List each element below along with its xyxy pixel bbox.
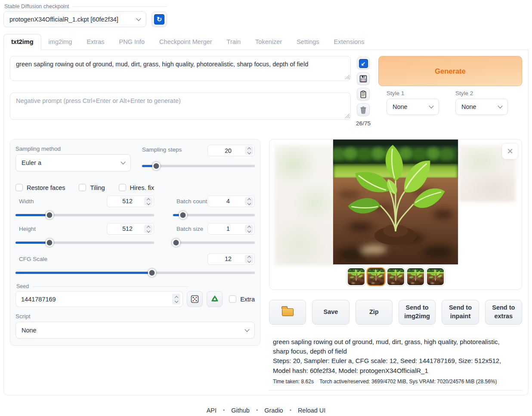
spinner-down-icon[interactable] — [146, 201, 150, 205]
tab-settings[interactable]: Settings — [289, 34, 326, 50]
negative-prompt-input[interactable] — [10, 93, 351, 120]
slider-handle[interactable] — [45, 211, 53, 219]
checkpoint-select[interactable]: protogenX34OfficialR_1.ckpt [60fe2f34] — [3, 11, 146, 27]
spinner-down-icon[interactable] — [146, 229, 150, 232]
sampling-steps-label: Sampling steps — [142, 146, 182, 155]
send-to-img2img-button[interactable]: Send to img2img — [399, 300, 436, 325]
paste-generation-params-button[interactable]: ↙ — [357, 57, 370, 70]
tab-extensions[interactable]: Extensions — [327, 34, 372, 50]
gallery-thumbnail[interactable] — [347, 267, 365, 286]
height-input[interactable] — [107, 223, 154, 235]
number-spinner[interactable] — [245, 146, 253, 155]
clear-prompt-button[interactable] — [357, 103, 370, 116]
number-spinner[interactable] — [245, 225, 253, 233]
save-button[interactable]: Save — [312, 300, 349, 325]
image-gallery: × — [269, 139, 522, 290]
refresh-icon: ↻ — [154, 14, 164, 25]
extra-seed-checkbox[interactable]: Extra — [229, 295, 255, 303]
spinner-down-icon[interactable] — [247, 151, 251, 154]
batch-count-label: Batch count — [173, 198, 207, 205]
slider-handle[interactable] — [148, 269, 156, 277]
tab-img2img[interactable]: img2img — [41, 34, 80, 50]
footer-link-api[interactable]: API — [207, 407, 217, 414]
number-spinner[interactable] — [144, 225, 152, 233]
tab-tokenizer[interactable]: Tokenizer — [248, 34, 289, 50]
style1-select[interactable]: None — [387, 99, 439, 115]
cfg-scale-slider[interactable] — [15, 269, 255, 276]
cfg-scale-label: CFG Scale — [15, 256, 47, 262]
close-icon[interactable]: × — [502, 143, 518, 159]
tab-txt2img[interactable]: txt2img — [3, 34, 41, 50]
slider-handle[interactable] — [172, 239, 180, 247]
spinner-down-icon[interactable] — [247, 201, 251, 205]
gallery-thumbnail-selected[interactable] — [367, 267, 385, 286]
seed-input[interactable] — [15, 291, 183, 307]
tab-extras[interactable]: Extras — [79, 34, 111, 50]
slider-handle[interactable] — [45, 239, 53, 247]
batch-count-slider[interactable] — [173, 211, 255, 219]
folder-icon — [282, 308, 294, 316]
footer-link-github[interactable]: Github — [231, 407, 250, 414]
tiling-checkbox[interactable]: Tiling — [79, 184, 105, 191]
gallery-thumbnail[interactable] — [406, 267, 425, 286]
chevron-down-icon — [498, 103, 502, 108]
reuse-seed-button[interactable] — [207, 291, 223, 307]
send-to-inpaint-button[interactable]: Send to inpaint — [442, 300, 479, 325]
checkbox-box[interactable] — [229, 295, 236, 303]
style1-label: Style 1 — [387, 90, 439, 99]
gallery-thumbnail[interactable] — [387, 267, 405, 286]
chevron-down-icon — [429, 103, 433, 108]
footer-link-reload-ui[interactable]: Reload UI — [298, 407, 325, 414]
output-params-text: Steps: 20, Sampler: Euler a, CFG scale: … — [273, 356, 516, 375]
batch-size-slider[interactable] — [173, 239, 255, 246]
open-folder-button[interactable] — [269, 300, 306, 325]
tab-checkpoint-merger[interactable]: Checkpoint Merger — [152, 34, 220, 50]
tab-png-info[interactable]: PNG Info — [111, 34, 152, 50]
hires-fix-checkbox[interactable]: Hires. fix — [119, 184, 154, 191]
apply-style-button[interactable] — [357, 88, 370, 101]
style2-value: None — [461, 103, 476, 110]
sampling-steps-input[interactable] — [207, 145, 255, 156]
script-select[interactable]: None — [15, 322, 255, 338]
checkbox-box[interactable] — [119, 184, 126, 191]
chevron-down-icon — [121, 159, 125, 164]
tab-train[interactable]: Train — [220, 34, 248, 50]
batch-count-input[interactable] — [207, 196, 255, 207]
generated-image[interactable] — [333, 140, 458, 264]
width-slider[interactable] — [15, 211, 154, 219]
spinner-down-icon[interactable] — [174, 299, 178, 303]
footer-link-gradio[interactable]: Gradio — [264, 407, 283, 414]
output-perf-text: Time taken: 8.62s Torch active/reserved:… — [273, 379, 520, 385]
slider-handle[interactable] — [152, 162, 160, 170]
number-spinner[interactable] — [172, 294, 180, 304]
width-input[interactable] — [107, 196, 154, 207]
gallery-thumbnail[interactable] — [426, 267, 445, 286]
save-style-button[interactable] — [357, 72, 370, 85]
spinner-down-icon[interactable] — [247, 229, 251, 232]
number-spinner[interactable] — [144, 197, 152, 205]
bullet-separator: • — [290, 407, 291, 413]
clipboard-icon — [359, 90, 368, 99]
checkbox-box[interactable] — [15, 184, 23, 191]
number-spinner[interactable] — [245, 255, 253, 263]
cfg-scale-input[interactable] — [207, 253, 255, 265]
slider-handle[interactable] — [179, 211, 187, 219]
send-to-extras-button[interactable]: Send to extras — [485, 300, 522, 325]
refresh-checkpoints-button[interactable]: ↻ — [152, 12, 167, 27]
number-spinner[interactable] — [245, 197, 253, 205]
bullet-separator: • — [256, 407, 258, 413]
gallery-prev-image[interactable] — [275, 145, 334, 265]
prompt-input[interactable]: green sapling rowing out of ground, mud,… — [10, 56, 351, 81]
random-seed-button[interactable] — [187, 291, 203, 307]
spinner-down-icon[interactable] — [247, 259, 251, 262]
restore-faces-checkbox[interactable]: Restore faces — [15, 184, 65, 191]
vram-text: Torch active/reserved: 3699/4702 MiB, Sy… — [319, 379, 497, 385]
style2-select[interactable]: None — [455, 99, 508, 115]
checkbox-box[interactable] — [79, 184, 86, 191]
zip-button[interactable]: Zip — [356, 300, 393, 325]
generate-button[interactable]: Generate — [378, 56, 522, 86]
sampling-method-select[interactable]: Euler a — [15, 154, 131, 171]
batch-size-input[interactable] — [207, 223, 255, 235]
sampling-steps-slider[interactable] — [142, 162, 255, 170]
height-slider[interactable] — [15, 239, 154, 246]
